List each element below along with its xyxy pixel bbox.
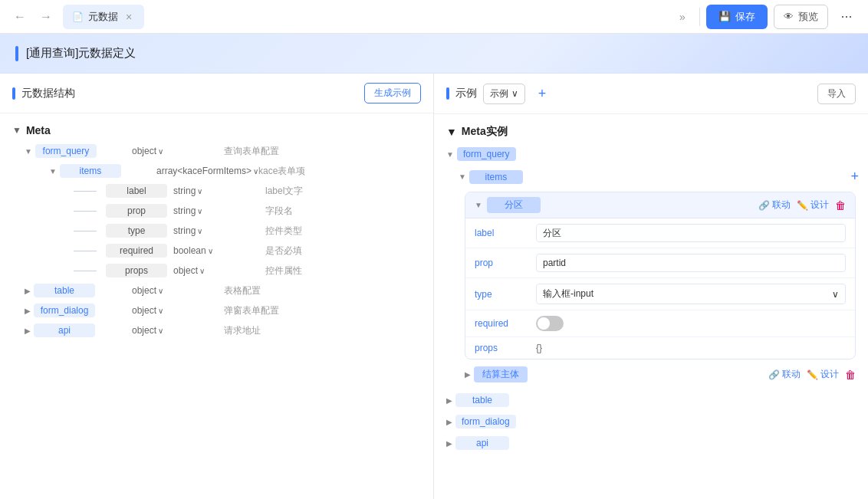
- form-dialog-type: object∨: [132, 305, 224, 316]
- r-tree-row-items[interactable]: ▼ items +: [434, 165, 868, 189]
- prop-type: string∨: [173, 205, 265, 216]
- fenqu-design-button[interactable]: ✏️ 设计: [797, 199, 829, 212]
- fenqu-caret[interactable]: ▼: [475, 201, 482, 209]
- right-tree: ▼ Meta实例 ▼ form_query ▼ items +: [434, 114, 868, 499]
- r-form-dialog-badge: form_dialog: [455, 415, 516, 428]
- left-title-text: 元数据结构: [21, 87, 75, 100]
- props-badge: props: [106, 264, 167, 277]
- form-dialog-badge: form_dialog: [34, 304, 95, 317]
- r-table-caret[interactable]: ▶: [446, 396, 452, 405]
- right-title-text: 示例: [455, 87, 477, 100]
- preview-button[interactable]: 👁 预览: [774, 5, 828, 29]
- link-icon: 🔗: [758, 200, 770, 211]
- r-form-query-badge: form_query: [457, 147, 516, 161]
- tree-row-label[interactable]: label string∨ label文字: [0, 181, 433, 201]
- field-label-input[interactable]: [536, 224, 846, 242]
- redo-button[interactable]: →: [35, 6, 57, 28]
- type-select-value: 输入框-input: [543, 287, 593, 300]
- form-query-caret[interactable]: ▼: [25, 147, 32, 156]
- left-panel: 元数据结构 生成示例 ▼ Meta ▼ form_query object∨ 查…: [0, 74, 434, 499]
- r-jiesuan-badge: 结算主体: [474, 366, 528, 382]
- api-desc: 请求地址: [224, 324, 261, 337]
- form-query-desc: 查询表单配置: [224, 145, 279, 158]
- form-query-type: object∨: [132, 146, 224, 156]
- table-caret[interactable]: ▶: [25, 287, 31, 295]
- right-panel: 示例 示例 ∨ + 导入 ▼ Meta实例 ▼ form_query: [434, 74, 868, 499]
- fenqu-card-header: ▼ 分区 🔗 联动 ✏️ 设计 🗑: [465, 192, 855, 218]
- add-example-button[interactable]: +: [531, 83, 553, 104]
- expand-button[interactable]: »: [672, 6, 693, 28]
- tree-row-prop[interactable]: prop string∨ 字段名: [0, 201, 433, 221]
- tree-row-form-dialog[interactable]: ▶ form_dialog object∨ 弹窗表单配置: [0, 300, 433, 320]
- r-table-badge: table: [455, 393, 509, 407]
- example-chevron: ∨: [511, 88, 518, 99]
- label-desc: label文字: [265, 185, 303, 198]
- meta-caret[interactable]: ▼: [12, 125, 21, 136]
- tab-metadata[interactable]: 📄 元数据 ×: [63, 5, 144, 29]
- more-button[interactable]: ···: [834, 5, 859, 29]
- r-form-query-caret[interactable]: ▼: [446, 150, 454, 159]
- field-prop-input[interactable]: [536, 254, 846, 272]
- fenqu-detail-card: ▼ 分区 🔗 联动 ✏️ 设计 🗑: [465, 192, 856, 359]
- field-required-toggle[interactable]: [536, 316, 564, 331]
- jiesuan-link-button[interactable]: 🔗 联动: [768, 368, 801, 381]
- props-type: object∨: [173, 265, 265, 276]
- r-items-badge: items: [469, 170, 523, 184]
- type-badge: type: [106, 224, 167, 238]
- r-tree-row-api[interactable]: ▶ api: [434, 432, 868, 454]
- props-desc: 控件属性: [265, 264, 302, 277]
- field-required: required: [465, 310, 855, 337]
- prop-desc: 字段名: [265, 205, 293, 218]
- fenqu-badge: 分区: [487, 197, 541, 213]
- form-dialog-caret[interactable]: ▶: [25, 307, 31, 315]
- nav-controls: ← →: [9, 6, 57, 28]
- example-select[interactable]: 示例 ∨: [483, 84, 525, 104]
- field-type-select[interactable]: 输入框-input ∨: [536, 284, 846, 304]
- tab-close-button[interactable]: ×: [123, 11, 135, 23]
- jiesuan-delete-button[interactable]: 🗑: [845, 369, 856, 381]
- tree-row-items[interactable]: ▼ items array<kaceFormItems>∨ kace表单项: [0, 161, 433, 181]
- r-tree-row-jiesuan[interactable]: ▶ 结算主体 🔗 联动 ✏️ 设计 🗑: [459, 363, 862, 386]
- r-jiesuan-caret[interactable]: ▶: [465, 370, 471, 379]
- page-title-bar: [通用查询]元数据定义: [0, 34, 868, 74]
- field-label: label: [465, 218, 855, 248]
- fenqu-delete-button[interactable]: 🗑: [835, 199, 846, 212]
- r-api-caret[interactable]: ▶: [446, 439, 452, 448]
- r-items-add-button[interactable]: +: [850, 169, 868, 185]
- r-form-dialog-caret[interactable]: ▶: [446, 418, 452, 426]
- r-tree-row-form-query[interactable]: ▼ form_query: [434, 143, 868, 165]
- r-tree-row-form-dialog[interactable]: ▶ form_dialog: [434, 411, 868, 432]
- r-items-caret[interactable]: ▼: [459, 172, 466, 181]
- required-desc: 是否必填: [265, 245, 302, 258]
- tree-row-props[interactable]: props object∨ 控件属性: [0, 261, 433, 281]
- gen-example-button[interactable]: 生成示例: [364, 83, 421, 103]
- items-badge: items: [60, 164, 121, 178]
- api-caret[interactable]: ▶: [25, 327, 31, 335]
- tree-row-table[interactable]: ▶ table object∨ 表格配置: [0, 281, 433, 300]
- undo-button[interactable]: ←: [9, 6, 31, 28]
- right-section-meta: ▼ Meta实例: [434, 120, 868, 143]
- items-caret[interactable]: ▼: [49, 167, 57, 176]
- type-type: string∨: [173, 225, 265, 236]
- jiesuan-design-button[interactable]: ✏️ 设计: [807, 368, 839, 381]
- title-accent-bar: [15, 46, 18, 61]
- left-section-meta: ▼ Meta: [0, 120, 433, 141]
- left-panel-header: 元数据结构 生成示例: [0, 74, 433, 113]
- type-desc: 控件类型: [265, 225, 302, 238]
- items-type: array<kaceFormItems>∨: [156, 166, 258, 176]
- tree-row-required[interactable]: required boolean∨ 是否必填: [0, 241, 433, 261]
- save-button[interactable]: 💾 保存: [706, 5, 768, 29]
- fenqu-link-button[interactable]: 🔗 联动: [758, 199, 791, 212]
- meta-label: Meta: [26, 124, 51, 136]
- preview-icon: 👁: [784, 11, 794, 22]
- import-button[interactable]: 导入: [817, 84, 856, 104]
- tree-row-form-query[interactable]: ▼ form_query object∨ 查询表单配置: [0, 141, 433, 161]
- table-type: object∨: [132, 285, 224, 296]
- right-panel-header: 示例 示例 ∨ + 导入: [434, 74, 868, 114]
- type-select-chevron: ∨: [832, 289, 839, 300]
- r-tree-row-table[interactable]: ▶ table: [434, 389, 868, 411]
- tree-row-type[interactable]: type string∨ 控件类型: [0, 221, 433, 241]
- right-meta-caret[interactable]: ▼: [446, 126, 457, 138]
- tree-row-api[interactable]: ▶ api object∨ 请求地址: [0, 320, 433, 340]
- save-label: 保存: [735, 10, 755, 24]
